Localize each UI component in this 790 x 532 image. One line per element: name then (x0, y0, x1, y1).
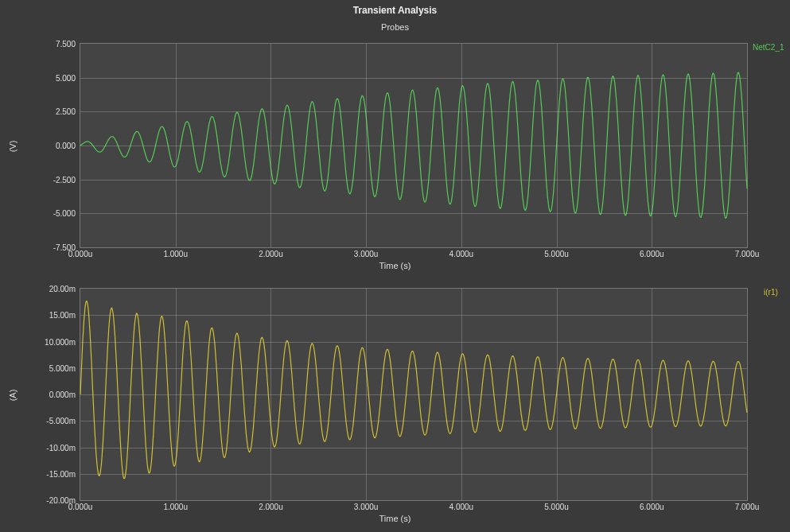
analysis-page: Transient Analysis Probes (V) -7.500-5.0… (0, 0, 790, 532)
y-tick-label: 5.000 (56, 73, 76, 82)
y-tick-label: 5.000m (49, 363, 76, 372)
x-tick-label: 6.000u (640, 250, 664, 258)
x-tick-label: 3.000u (354, 503, 379, 511)
grid-line-v (366, 289, 367, 500)
x-axis-label-top: Time (s) (0, 261, 790, 270)
grid-line-v (557, 289, 558, 500)
x-tick-label: 5.000u (544, 250, 569, 258)
y-tick-label: -15.00m (46, 469, 76, 478)
grid-line-h (80, 474, 747, 475)
y-axis-label-bottom: (A) (8, 390, 18, 402)
grid-line-h (80, 180, 747, 181)
y-tick-label: 15.00m (49, 311, 76, 320)
grid-line-h (80, 421, 747, 421)
y-tick-label: -10.00m (46, 443, 76, 452)
grid-line-v (176, 289, 177, 500)
y-tick-label: -5.000m (46, 417, 76, 425)
y-tick-label: 0.000 (56, 142, 76, 150)
y-tick-label: -2.500 (53, 175, 76, 184)
x-tick-label: 4.000u (449, 250, 474, 258)
y-tick-label: 20.00m (49, 285, 76, 293)
grid-line-h (80, 111, 747, 112)
y-tick-label: -5.000 (53, 209, 76, 218)
x-tick-label: 2.000u (259, 250, 283, 258)
grid-line-v (176, 44, 177, 247)
x-tick-label: 7.000u (735, 250, 760, 258)
page-subtitle: Probes (0, 22, 790, 32)
legend-netc2_1: NetC2_1 (753, 43, 784, 52)
plot-panel-netc2_1: (V) -7.500-5.000-2.5000.0002.5005.0007.5… (0, 35, 790, 274)
grid-line-v (652, 289, 652, 500)
grid-line-v (366, 44, 367, 247)
y-tick-label: 10.000m (45, 337, 76, 346)
x-tick-label: 0.000u (68, 250, 93, 258)
x-tick-label: 2.000u (259, 503, 283, 511)
grid-line-h (80, 146, 747, 146)
grid-line-h (80, 315, 747, 316)
grid-line-v (557, 44, 558, 247)
legend-ir1: i(r1) (764, 288, 778, 297)
grid-line-v (461, 44, 462, 247)
y-tick-label: 2.500 (56, 107, 76, 116)
x-tick-label: 1.000u (163, 250, 188, 258)
x-tick-label: 4.000u (449, 503, 474, 511)
grid-line-v (652, 44, 652, 247)
grid-line-h (80, 213, 747, 214)
x-axis-label-bottom: Time (s) (0, 514, 790, 523)
grid-line-v (270, 44, 271, 247)
page-title: Transient Analysis (0, 5, 790, 16)
grid-line-h (80, 78, 747, 79)
y-axis-label-top: (V) (8, 141, 18, 153)
plot-area-bottom[interactable]: -20.00m-15.00m-10.00m-5.000m0.000m5.000m… (80, 288, 748, 501)
y-tick-label: 7.500 (56, 40, 76, 49)
plot-area-top[interactable]: -7.500-5.000-2.5000.0002.5005.0007.5000.… (80, 43, 748, 248)
x-tick-label: 6.000u (640, 503, 664, 511)
grid-line-v (461, 289, 462, 500)
x-tick-label: 5.000u (544, 503, 569, 511)
grid-line-v (270, 289, 271, 500)
x-tick-label: 7.000u (735, 503, 760, 511)
grid-line-h (80, 368, 747, 369)
y-tick-label: 0.000m (49, 390, 76, 399)
grid-line-h (80, 448, 747, 449)
grid-line-h (80, 342, 747, 343)
x-tick-label: 0.000u (68, 503, 93, 511)
plot-panel-ir1: (A) -20.00m-15.00m-10.00m-5.000m0.000m5.… (0, 280, 790, 526)
grid-line-h (80, 394, 747, 395)
x-tick-label: 3.000u (354, 250, 379, 258)
x-tick-label: 1.000u (163, 503, 188, 511)
